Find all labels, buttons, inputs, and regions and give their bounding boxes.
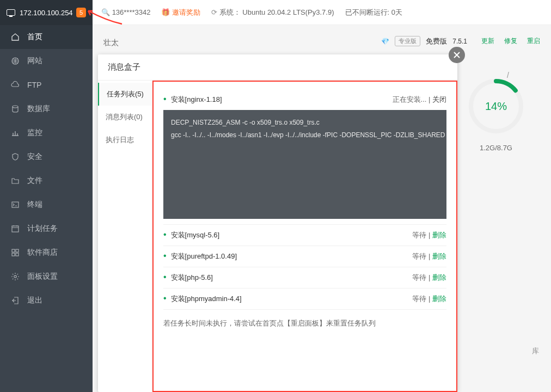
home-icon	[11, 33, 20, 41]
cloud-icon	[11, 81, 20, 89]
free-label: 免费版	[426, 36, 447, 46]
svg-point-8	[14, 275, 16, 278]
tab-exec-log[interactable]: 执行日志	[98, 128, 152, 151]
database-icon	[11, 105, 20, 113]
sidebar-item-monitor[interactable]: 监控	[0, 121, 93, 145]
tab-task-list[interactable]: 任务列表(5)	[98, 83, 152, 106]
sidebar-item-home[interactable]: 首页	[0, 25, 93, 49]
sidebar: 172.100.100.254 5 首页 网站 FTP 数据库 监控 安全 文件…	[0, 0, 93, 392]
chart-icon	[11, 128, 20, 137]
sidebar-item-logout[interactable]: 退出	[0, 289, 93, 313]
sidebar-item-label: 监控	[27, 128, 42, 138]
svg-rect-5	[16, 249, 19, 252]
sidebar-item-label: 终端	[27, 200, 42, 210]
gauge-text: 1.2G/8.7G	[466, 144, 526, 152]
sidebar-item-cron[interactable]: 计划任务	[0, 217, 93, 241]
sidebar-item-label: 面板设置	[27, 272, 58, 281]
task-name: 安装[pureftpd-1.0.49]	[163, 252, 237, 261]
svg-rect-6	[12, 253, 15, 256]
sidebar-item-terminal[interactable]: 终端	[0, 193, 93, 217]
svg-point-1	[13, 106, 18, 108]
sidebar-item-label: 首页	[27, 32, 42, 42]
sidebar-item-label: 文件	[27, 176, 42, 186]
invite-link[interactable]: 🎁 邀请奖励	[161, 8, 200, 17]
task-hint: 若任务长时间未执行，请尝试在首页点【重启面板】来重置任务队列	[163, 310, 446, 328]
task-name: 安装[mysql-5.6]	[163, 230, 219, 240]
task-row: 安装[mysql-5.6] 等待 | 删除	[163, 225, 446, 246]
uptime-info: 已不间断运行: 0天	[345, 8, 402, 17]
task-row: 安装[php-5.6] 等待 | 删除	[163, 267, 446, 289]
svg-rect-7	[16, 253, 19, 256]
modal-body: 任务列表(5) 消息列表(0) 执行日志 安装[nginx-1.18] 正在安装…	[98, 81, 457, 392]
sidebar-item-store[interactable]: 软件商店	[0, 241, 93, 265]
page-top-bar: 💎 专业版 免费版 7.5.1 更新 修复 重启	[103, 36, 540, 46]
logout-icon	[11, 296, 20, 305]
gauge-svg: 14%	[466, 76, 526, 136]
sidebar-item-label: 安全	[27, 152, 42, 162]
task-status: 等待 | 删除	[412, 273, 446, 283]
modal-close-button[interactable]	[449, 47, 465, 63]
task-panel: 安装[nginx-1.18] 正在安装... | 关闭 DECP_NISTZ25…	[152, 81, 457, 392]
sidebar-item-settings[interactable]: 面板设置	[0, 265, 93, 289]
task-console[interactable]: DECP_NISTZ256_ASM -c -o x509_trs.o x509_…	[163, 110, 446, 219]
task-delete-link[interactable]: 删除	[432, 231, 446, 239]
sidebar-item-label: 退出	[27, 296, 42, 305]
sidebar-item-label: 网站	[27, 56, 42, 66]
svg-rect-2	[12, 202, 19, 207]
sidebar-item-label: FTP	[27, 81, 41, 89]
task-name: 安装[php-5.6]	[163, 273, 213, 283]
sidebar-item-website[interactable]: 网站	[0, 49, 93, 73]
task-status: 正在安装... | 关闭	[393, 95, 446, 105]
message-box-modal: 消息盒子 任务列表(5) 消息列表(0) 执行日志 安装[nginx-1.18]…	[98, 54, 457, 392]
globe-icon	[11, 57, 20, 65]
sidebar-item-label: 软件商店	[27, 248, 58, 258]
sidebar-header: 172.100.100.254 5	[0, 0, 93, 25]
user-label: 🔍 136****3342	[101, 8, 150, 16]
calendar-icon	[11, 224, 20, 233]
svg-rect-3	[12, 226, 19, 232]
repair-link[interactable]: 修复	[504, 36, 517, 46]
pro-badge[interactable]: 专业版	[395, 36, 420, 46]
tab-message-list[interactable]: 消息列表(0)	[98, 106, 152, 128]
monitor-icon	[7, 9, 15, 16]
sidebar-item-files[interactable]: 文件	[0, 169, 93, 193]
shield-icon	[11, 152, 20, 161]
modal-tabs: 任务列表(5) 消息列表(0) 执行日志	[98, 81, 152, 392]
topbar: 🔍 136****3342 🎁 邀请奖励 ⟳ 系统： Ubuntu 20.04.…	[93, 0, 551, 25]
restart-link[interactable]: 重启	[527, 36, 540, 46]
gauge-percent: 14%	[485, 100, 507, 112]
close-icon	[453, 51, 461, 59]
task-close-link[interactable]: 关闭	[432, 95, 446, 103]
version-text: 7.5.1	[452, 38, 467, 45]
terminal-icon	[11, 200, 20, 209]
search-icon: 🔍	[101, 8, 110, 16]
task-delete-link[interactable]: 删除	[432, 252, 446, 260]
modal-title: 消息盒子	[108, 62, 140, 72]
notification-badge[interactable]: 5	[76, 8, 86, 17]
modal-header: 消息盒子	[98, 54, 457, 81]
gift-icon: 🎁	[161, 8, 170, 16]
task-row: 安装[nginx-1.18] 正在安装... | 关闭 DECP_NISTZ25…	[163, 89, 446, 225]
task-status: 等待 | 删除	[412, 230, 446, 240]
sidebar-item-ftp[interactable]: FTP	[0, 73, 93, 97]
task-status: 等待 | 删除	[412, 252, 446, 261]
task-delete-link[interactable]: 删除	[432, 295, 446, 303]
sidebar-item-label: 计划任务	[27, 224, 58, 234]
task-row: 安装[phpmyadmin-4.4] 等待 | 删除	[163, 289, 446, 310]
panel-ip: 172.100.100.254	[20, 9, 73, 17]
system-info: ⟳ 系统： Ubuntu 20.04.2 LTS(Py3.7.9)	[211, 8, 334, 17]
task-row: 安装[pureftpd-1.0.49] 等待 | 删除	[163, 246, 446, 267]
background-label: 库	[532, 346, 539, 356]
task-delete-link[interactable]: 删除	[432, 273, 446, 281]
task-name: 安装[phpmyadmin-4.4]	[163, 294, 242, 304]
gear-icon	[11, 272, 20, 281]
sidebar-item-label: 数据库	[27, 104, 50, 114]
svg-rect-4	[12, 249, 15, 252]
grid-icon	[11, 248, 20, 257]
task-status: 等待 | 删除	[412, 294, 446, 304]
sidebar-item-security[interactable]: 安全	[0, 145, 93, 169]
update-link[interactable]: 更新	[481, 36, 494, 46]
refresh-icon[interactable]: ⟳	[211, 8, 217, 16]
disk-gauge: 14% 1.2G/8.7G	[466, 76, 526, 152]
sidebar-item-database[interactable]: 数据库	[0, 97, 93, 121]
